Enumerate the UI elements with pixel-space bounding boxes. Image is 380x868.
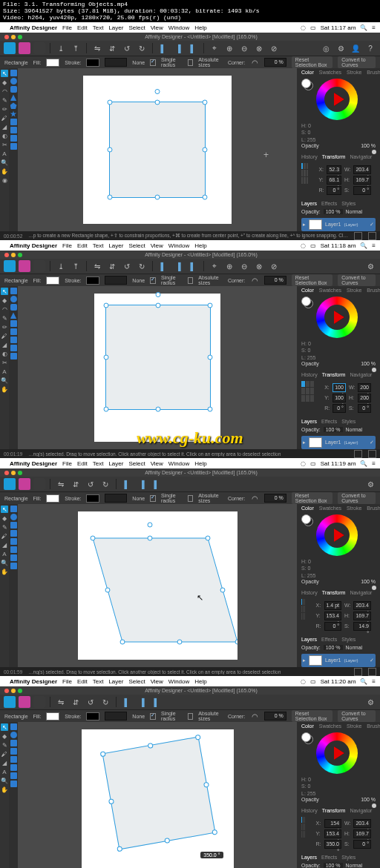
anchor-grid[interactable] — [301, 599, 306, 620]
layer-row[interactable]: ▸Layer1(Layer)✓ — [301, 436, 376, 449]
battery-icon[interactable]: ▭ — [310, 242, 316, 249]
tab-styles[interactable]: Styles — [341, 419, 356, 424]
fill-tool-icon[interactable]: ◢ — [1, 759, 8, 766]
tab-swatches[interactable]: Swatches — [319, 288, 341, 293]
wifi-icon[interactable]: ◌ — [301, 24, 306, 31]
tab-effects[interactable]: Effects — [321, 855, 337, 860]
move-tool-icon[interactable]: ↖ — [1, 70, 8, 77]
fill-tool-icon[interactable]: ◢ — [1, 341, 8, 348]
flip-v-icon[interactable]: ⇵ — [70, 696, 82, 708]
stroke-style[interactable]: None — [132, 278, 145, 283]
layer-visible-icon[interactable]: ✓ — [370, 657, 374, 663]
corner-pct[interactable]: 0 % — [264, 494, 286, 503]
shape-triangle-icon[interactable] — [10, 312, 17, 319]
stroke-swatch[interactable] — [86, 712, 99, 720]
tab-brushes[interactable]: Brushes — [367, 506, 380, 511]
handle-bm[interactable] — [164, 838, 170, 844]
move-tool-icon[interactable]: ↖ — [1, 723, 8, 731]
help-icon[interactable]: ? — [364, 42, 376, 54]
close-icon[interactable] — [4, 35, 9, 39]
align-right-icon[interactable]: ▌ — [151, 478, 163, 490]
fill-tool-icon[interactable]: ◢ — [1, 541, 8, 549]
shape-polygon-icon[interactable] — [10, 538, 17, 545]
battery-icon[interactable]: ▭ — [310, 460, 316, 467]
transform-h[interactable]: 169.7 pt — [353, 176, 371, 185]
corner-pct[interactable]: 0 % — [264, 276, 286, 285]
menu-select[interactable]: Select — [128, 460, 145, 467]
abs-sizes-check[interactable] — [188, 277, 193, 284]
align-right-icon[interactable]: ▌ — [187, 260, 199, 272]
tab-transform[interactable]: Transform — [322, 372, 346, 377]
shape-ellipse-icon[interactable] — [10, 296, 17, 302]
fill-swatch[interactable] — [46, 494, 59, 503]
app-name[interactable]: Affinity Designer — [10, 678, 57, 685]
transparency-tool-icon[interactable]: ◐ — [1, 350, 8, 357]
stroke-width[interactable] — [105, 712, 127, 720]
fill-swatch[interactable] — [46, 276, 59, 285]
stroke-swatch[interactable] — [86, 494, 99, 503]
insert-target-icon[interactable]: ◎ — [320, 42, 332, 54]
minimize-icon[interactable] — [11, 471, 16, 475]
shape-more2-icon[interactable] — [10, 345, 17, 351]
snap-icon[interactable]: ⌖ — [209, 260, 220, 272]
search-icon[interactable]: 🔍 — [360, 460, 367, 467]
single-radius-check[interactable] — [150, 59, 156, 66]
transform-s[interactable]: 0 ° — [353, 186, 371, 195]
menu-file[interactable]: File — [62, 24, 72, 31]
menu-extras-icon[interactable]: ≡ — [372, 460, 376, 467]
flip-h-icon[interactable]: ⇋ — [91, 42, 103, 54]
preferences-icon[interactable]: ⚙ — [364, 696, 376, 708]
tab-effects[interactable]: Effects — [321, 637, 337, 642]
flip-v-icon[interactable]: ⇵ — [106, 42, 118, 54]
align-left-icon[interactable]: ▌ — [157, 42, 169, 54]
zoom-tool-icon[interactable]: 🔍 — [1, 159, 8, 166]
shape-rounded-icon[interactable] — [10, 86, 17, 93]
minimize-icon[interactable] — [11, 35, 16, 39]
corner-type-icon[interactable]: ◠ — [250, 56, 259, 68]
menu-view[interactable]: View — [151, 678, 163, 685]
transform-h[interactable]: 169.7 pt — [353, 612, 371, 620]
tab-styles[interactable]: Styles — [341, 855, 356, 860]
layer-opacity-value[interactable]: 100 % — [324, 863, 343, 868]
stroke-swatch[interactable] — [86, 276, 99, 285]
tab-layers[interactable]: Layers — [301, 201, 317, 206]
flip-h-icon[interactable]: ⇋ — [55, 696, 67, 708]
transform-s[interactable]: 14.9 ° — [353, 622, 371, 631]
menu-file[interactable]: File — [62, 242, 72, 249]
menu-extras-icon[interactable]: ≡ — [372, 24, 376, 31]
shape-ellipse-icon[interactable] — [10, 732, 17, 738]
handle-tm[interactable] — [147, 743, 153, 749]
anchor-grid[interactable] — [301, 163, 308, 184]
flip-v-icon[interactable]: ⇵ — [106, 260, 118, 272]
stroke-style[interactable]: None — [132, 714, 145, 719]
wifi-icon[interactable]: ◌ — [301, 460, 306, 467]
reset-selection-button[interactable]: Reset Selection Box — [292, 56, 332, 68]
shape-rounded-icon[interactable] — [10, 304, 17, 311]
pencil-tool-icon[interactable]: ✏ — [1, 105, 8, 113]
zoom-tool-icon[interactable]: 🔍 — [1, 377, 8, 384]
align-center-icon[interactable]: ▐ — [136, 696, 148, 708]
boolean-add-icon[interactable]: ⊕ — [223, 42, 235, 54]
shape-polygon-icon[interactable] — [10, 756, 17, 763]
abs-sizes-check[interactable] — [188, 713, 193, 720]
color-wheel[interactable] — [316, 79, 358, 120]
persona-pixel-icon[interactable] — [19, 478, 30, 490]
tab-swatches[interactable]: Swatches — [319, 70, 341, 75]
transform-w[interactable]: 203.4 pt — [353, 601, 371, 610]
persona-export-icon[interactable] — [33, 260, 45, 272]
tab-layers[interactable]: Layers — [301, 855, 317, 860]
shape-more3-icon[interactable] — [10, 353, 17, 360]
persona-designer-icon[interactable] — [4, 696, 16, 708]
boolean-add-icon[interactable]: ⊕ — [223, 260, 235, 272]
tab-navigator[interactable]: Navigator — [350, 154, 372, 159]
corner-pct[interactable]: 0 % — [264, 712, 286, 720]
tab-history[interactable]: History — [301, 372, 318, 377]
transform-s[interactable]: 0 ° — [358, 404, 371, 413]
align-center-icon[interactable]: ▐ — [136, 478, 148, 490]
arrange-front-icon[interactable]: ⤒ — [70, 260, 82, 272]
rotate-ccw-icon[interactable]: ↺ — [121, 42, 133, 54]
reset-selection-button[interactable]: Reset Selection Box — [292, 710, 332, 722]
shape-ellipse-icon[interactable] — [10, 78, 17, 85]
rotate-cw-icon[interactable]: ↻ — [99, 478, 111, 490]
corner-type-icon[interactable]: ◠ — [250, 492, 259, 504]
